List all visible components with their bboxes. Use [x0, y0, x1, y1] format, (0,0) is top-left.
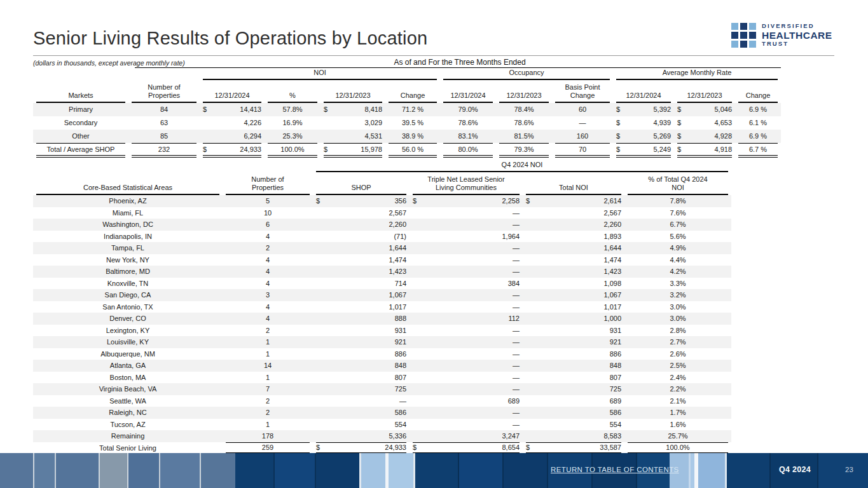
occ-2023-cell: 81.5%	[496, 130, 552, 143]
cbsa-area-cell: Tucson, AZ	[33, 419, 223, 431]
pct-of-total-cell: 1.7%	[624, 407, 731, 419]
amr-change-cell: 6.1 %	[735, 116, 781, 130]
properties-cell: 1	[223, 336, 313, 348]
shop-noi-cell: —	[313, 395, 410, 407]
amr-change-cell: 6.9 %	[735, 130, 781, 143]
occ-2024-cell: 83.1%	[440, 130, 496, 143]
logo-word-trust: TRUST	[762, 41, 832, 48]
properties-cell: 4	[223, 301, 313, 313]
cbsa-area-cell: New York, NY	[33, 254, 223, 266]
table-subheader: (dollars in thousands, except average mo…	[33, 58, 781, 67]
shop-noi-cell: 1,067	[313, 289, 410, 301]
triple-net-noi-cell: —	[410, 266, 523, 278]
bps-cell: —	[552, 116, 613, 130]
properties-cell: 6	[223, 219, 313, 231]
occ-2024-cell: 79.0%	[440, 103, 496, 116]
return-to-toc-link[interactable]: RETURN TO TABLE OF CONTENTS	[551, 466, 679, 473]
shop-noi-cell: 1,017	[313, 301, 410, 313]
shop-noi-cell: 714	[313, 278, 410, 290]
noi-change-cell: 39.5 %	[385, 116, 440, 130]
pct-of-total-cell: 3.3%	[624, 278, 731, 290]
triple-net-noi-cell: —	[410, 301, 523, 313]
cbsa-area-cell: Seattle, WA	[33, 395, 223, 407]
triple-net-noi-cell: —	[410, 383, 523, 395]
group-average-monthly-rate: Average Monthly Rate	[613, 69, 781, 80]
footer-page-number: 23	[845, 466, 853, 473]
total-noi-cell: 586	[523, 407, 624, 419]
properties-cell: 2	[223, 242, 313, 254]
market-cell: Secondary	[33, 116, 128, 130]
cbsa-area-cell: Raleigh, NC	[33, 407, 223, 419]
col-number-of-properties: Number of Properties	[223, 172, 313, 195]
cbsa-table-body: Phoenix, AZ 5 $356 $2,258 $2,614 7.8% Mi…	[33, 195, 731, 455]
triple-net-noi-cell: —	[410, 325, 523, 337]
amr-2023-cell: $4,918	[674, 143, 735, 158]
triple-net-noi-cell: —	[410, 419, 523, 431]
noi-2023-cell: 3,029	[320, 116, 385, 130]
table-row: Primary 84 $14,413 57.8% $8,418 71.2 % 7…	[33, 103, 781, 116]
group-header-row: Q4 2024 NOI	[33, 161, 731, 172]
total-noi-cell: 1,067	[523, 289, 624, 301]
cbsa-area-cell: Denver, CO	[33, 313, 223, 325]
content-area: (dollars in thousands, except average mo…	[33, 58, 781, 455]
col-number-of-properties: Number of Properties	[128, 80, 200, 103]
total-noi-cell: 931	[523, 325, 624, 337]
pct-of-total-cell: 3.0%	[624, 313, 731, 325]
properties-cell: 14	[223, 360, 313, 372]
properties-cell: 232	[128, 143, 200, 158]
triple-net-noi-cell: 689	[410, 395, 523, 407]
cbsa-table: Q4 2024 NOI Core-Based Statistical Areas…	[33, 161, 731, 455]
col-occ-2024: 12/31/2024	[440, 80, 496, 103]
cbsa-area-cell: Miami, FL	[33, 207, 223, 219]
noi-pct-cell: 57.8%	[265, 103, 320, 116]
amr-2024-cell: $5,249	[613, 143, 674, 158]
noi-change-cell: 71.2 %	[385, 103, 440, 116]
shop-noi-cell: 5,336	[313, 430, 410, 442]
triple-net-noi-cell: 384	[410, 278, 523, 290]
pct-of-total-cell: 6.7%	[624, 219, 731, 231]
triple-net-noi-cell: —	[410, 289, 523, 301]
table-row: Miami, FL 10 2,567 — 2,567 7.6%	[33, 207, 731, 219]
total-noi-cell: 1,474	[523, 254, 624, 266]
occ-2023-cell: 79.3%	[496, 143, 552, 158]
table-row: Louisville, KY 1 921 — 921 2.7%	[33, 336, 731, 348]
properties-cell: 1	[223, 419, 313, 431]
properties-cell: 5	[223, 195, 313, 207]
cbsa-area-cell: Albuquerque, NM	[33, 348, 223, 360]
cbsa-area-cell: San Antonio, TX	[33, 301, 223, 313]
table-row: Tampa, FL 2 1,644 — 1,644 4.9%	[33, 242, 731, 254]
table-row: Lexington, KY 2 931 — 931 2.8%	[33, 325, 731, 337]
table-row: Other 85 6,294 25.3% 4,531 38.9 % 83.1% …	[33, 130, 781, 143]
logo-word-diversified: DIVERSIFIED	[762, 23, 832, 30]
col-noi-change: Change	[385, 80, 440, 103]
cbsa-area-cell: Indianapolis, IN	[33, 231, 223, 243]
cbsa-area-cell: Tampa, FL	[33, 242, 223, 254]
shop-noi-cell: 1,644	[313, 242, 410, 254]
amr-2023-cell: $5,046	[674, 103, 735, 116]
noi-2024-cell: $14,413	[200, 103, 265, 116]
col-pct-of-total: % of Total Q4 2024 NOI	[624, 172, 731, 195]
col-amr-2023: 12/31/2023	[674, 80, 735, 103]
triple-net-noi-cell: 1,964	[410, 231, 523, 243]
properties-cell: 4	[223, 266, 313, 278]
properties-cell: 1	[223, 348, 313, 360]
total-noi-cell: 689	[523, 395, 624, 407]
triple-net-noi-cell: —	[410, 360, 523, 372]
pct-of-total-cell: 4.4%	[624, 254, 731, 266]
cbsa-area-cell: San Diego, CA	[33, 289, 223, 301]
total-noi-cell: $2,614	[523, 195, 624, 207]
triple-net-noi-cell: —	[410, 348, 523, 360]
pct-of-total-cell: 25.7%	[624, 430, 731, 442]
occ-2023-cell: 78.4%	[496, 103, 552, 116]
amr-2023-cell: $4,928	[674, 130, 735, 143]
col-amr-2024: 12/31/2024	[613, 80, 674, 103]
col-total-noi: Total NOI	[523, 172, 624, 195]
total-noi-cell: 725	[523, 383, 624, 395]
properties-cell: 10	[223, 207, 313, 219]
table-row: Albuquerque, NM 1 886 — 886 2.6%	[33, 348, 731, 360]
properties-cell: 7	[223, 383, 313, 395]
group-occupancy: Occupancy	[440, 69, 613, 80]
pct-of-total-cell: 5.6%	[624, 231, 731, 243]
market-cell: Total / Average SHOP	[33, 143, 128, 158]
shop-noi-cell: (71)	[313, 231, 410, 243]
